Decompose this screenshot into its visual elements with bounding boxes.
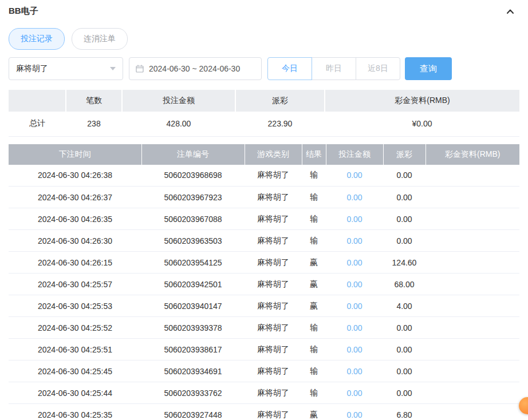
bet-amount-cell: 0.00 (326, 187, 383, 208)
bet-amount-link[interactable]: 0.00 (346, 193, 362, 202)
bet-time-cell: 2024-06-30 04:26:15 (9, 252, 141, 274)
bet-amount-link[interactable]: 0.00 (346, 171, 362, 180)
game-type-cell: 麻将胡了 (245, 208, 302, 230)
bet-time-cell: 2024-06-30 04:25:44 (9, 382, 141, 404)
quick-today-button[interactable]: 今日 (267, 57, 312, 80)
bonus-cell (425, 339, 519, 360)
order-number-cell: 5060203934691 (141, 360, 245, 382)
summary-total-label: 总计 (9, 112, 66, 136)
bet-table-body: 2024-06-30 04:26:385060203968698麻将胡了输0.0… (9, 165, 519, 420)
titlebar: BB电子 (0, 0, 528, 17)
bet-amount-cell: 0.00 (326, 230, 383, 252)
table-row: 2024-06-30 04:26:385060203968698麻将胡了输0.0… (9, 165, 519, 187)
bet-amount-cell: 0.00 (326, 360, 383, 382)
bonus-cell (425, 295, 519, 317)
bet-time-cell: 2024-06-30 04:25:51 (9, 339, 141, 360)
bet-amount-cell: 0.00 (326, 165, 383, 187)
order-number-cell: 5060203940147 (141, 295, 245, 317)
game-select[interactable]: 麻将胡了 (9, 57, 123, 80)
game-type-cell: 麻将胡了 (245, 317, 302, 339)
bet-time-cell: 2024-06-30 04:25:57 (9, 274, 141, 295)
payout-cell: 0.00 (383, 360, 425, 382)
payout-cell: 4.00 (383, 295, 425, 317)
bet-amount-cell: 0.00 (326, 404, 383, 420)
tab-bet-records[interactable]: 投注记录 (9, 28, 65, 50)
bonus-cell (425, 230, 519, 252)
order-number-cell: 5060203967923 (141, 187, 245, 208)
bet-amount-cell: 0.00 (326, 339, 383, 360)
bonus-cell (425, 360, 519, 382)
bet-amount-link[interactable]: 0.00 (346, 258, 362, 267)
result-cell: 输 (302, 360, 326, 382)
col-header-bonus: 彩金资料(RMB) (425, 144, 519, 165)
summary-header-bet-amount: 投注金额 (122, 90, 235, 112)
table-row: 2024-06-30 04:26:305060203963503麻将胡了输0.0… (9, 230, 519, 252)
bonus-cell (425, 165, 519, 187)
bet-amount-link[interactable]: 0.00 (346, 323, 362, 332)
game-type-cell: 麻将胡了 (245, 360, 302, 382)
summary-total-bet-amount: 428.00 (122, 112, 235, 136)
result-cell: 输 (302, 317, 326, 339)
bet-amount-cell: 0.00 (326, 382, 383, 404)
game-type-cell: 麻将胡了 (245, 404, 302, 420)
floating-widget[interactable] (519, 397, 528, 414)
order-number-cell: 5060203954125 (141, 252, 245, 274)
bonus-cell (425, 187, 519, 208)
summary-header-payout: 派彩 (235, 90, 325, 112)
payout-cell: 0.00 (383, 382, 425, 404)
bet-amount-link[interactable]: 0.00 (346, 345, 362, 354)
payout-cell: 6.80 (383, 404, 425, 420)
bet-amount-link[interactable]: 0.00 (346, 280, 362, 289)
payout-cell: 0.00 (383, 230, 425, 252)
order-number-cell: 5060203967088 (141, 208, 245, 230)
table-row: 2024-06-30 04:26:355060203967088麻将胡了输0.0… (9, 208, 519, 230)
summary-header-empty (9, 90, 66, 112)
order-number-cell: 5060203927448 (141, 404, 245, 420)
col-header-result: 结果 (302, 144, 326, 165)
bonus-cell (425, 274, 519, 295)
tab-cancelled-orders[interactable]: 连消注单 (72, 28, 128, 50)
result-cell: 赢 (302, 295, 326, 317)
chevron-up-icon[interactable] (505, 6, 515, 17)
bet-amount-cell: 0.00 (326, 274, 383, 295)
game-type-cell: 麻将胡了 (245, 339, 302, 360)
col-header-game-type: 游戏类别 (245, 144, 302, 165)
summary-total-row: 总计 238 428.00 223.90 ¥0.00 (9, 112, 519, 136)
quick-8days-button[interactable]: 近8日 (356, 57, 400, 80)
result-cell: 赢 (302, 404, 326, 420)
table-row: 2024-06-30 04:26:375060203967923麻将胡了输0.0… (9, 187, 519, 208)
calendar-icon (135, 64, 144, 73)
order-number-cell: 5060203939378 (141, 317, 245, 339)
payout-cell: 0.00 (383, 317, 425, 339)
game-type-cell: 麻将胡了 (245, 252, 302, 274)
game-select-value: 麻将胡了 (16, 64, 48, 74)
bet-amount-cell: 0.00 (326, 208, 383, 230)
bet-time-cell: 2024-06-30 04:26:37 (9, 187, 141, 208)
bet-amount-link[interactable]: 0.00 (346, 302, 362, 311)
bet-amount-cell: 0.00 (326, 252, 383, 274)
summary-header-bonus: 彩金资料(RMB) (325, 90, 519, 112)
table-row: 2024-06-30 04:25:575060203942501麻将胡了赢0.0… (9, 274, 519, 295)
quick-yesterday-button[interactable]: 昨日 (312, 57, 356, 80)
payout-cell: 0.00 (383, 208, 425, 230)
result-cell: 赢 (302, 252, 326, 274)
record-type-tabs: 投注记录 连消注单 (9, 28, 528, 50)
game-type-cell: 麻将胡了 (245, 187, 302, 208)
table-row: 2024-06-30 04:25:535060203940147麻将胡了赢0.0… (9, 295, 519, 317)
result-cell: 赢 (302, 274, 326, 295)
table-row: 2024-06-30 04:25:445060203933762麻将胡了输0.0… (9, 382, 519, 404)
date-range-value: 2024-06-30 ~ 2024-06-30 (149, 64, 240, 73)
search-button[interactable]: 查询 (405, 57, 452, 80)
bet-amount-link[interactable]: 0.00 (346, 236, 362, 245)
quick-range-group: 今日 昨日 近8日 (267, 57, 400, 80)
bet-amount-link[interactable]: 0.00 (346, 215, 362, 224)
bet-amount-link[interactable]: 0.00 (346, 389, 362, 398)
payout-cell: 0.00 (383, 187, 425, 208)
bet-amount-link[interactable]: 0.00 (346, 410, 362, 419)
summary-total-count: 238 (66, 112, 122, 136)
bet-time-cell: 2024-06-30 04:26:38 (9, 165, 141, 187)
bet-amount-link[interactable]: 0.00 (346, 367, 362, 376)
summary-total-bonus: ¥0.00 (325, 112, 519, 136)
col-header-order-number: 注单编号 (141, 144, 245, 165)
date-range-input[interactable]: 2024-06-30 ~ 2024-06-30 (129, 57, 262, 80)
